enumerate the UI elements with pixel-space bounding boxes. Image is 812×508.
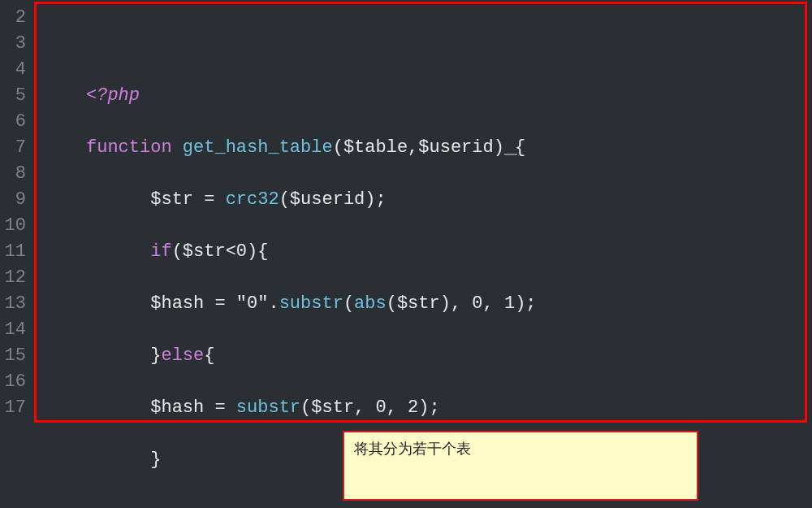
code-line[interactable]: $str = crc32($userid); [32, 187, 812, 213]
function-call: crc32 [226, 189, 279, 210]
line-number: 15 [3, 343, 26, 369]
function-name: get_hash_table [183, 137, 333, 158]
line-number: 11 [3, 239, 26, 265]
code-line[interactable]: <?php [32, 83, 812, 109]
line-number: 16 [3, 369, 26, 395]
code-line[interactable] [32, 31, 812, 57]
code-token: = [204, 293, 236, 314]
code-token: ($str, 0, 2); [300, 397, 440, 418]
keyword-else: else [161, 345, 204, 366]
line-number: 10 [3, 213, 26, 239]
line-number-gutter: 2 3 4 5 6 7 8 9 10 11 12 13 14 15 16 17 [0, 0, 32, 427]
variable: $hash [150, 293, 204, 314]
code-token: ($str<0){ [172, 241, 269, 262]
code-line[interactable]: if($str<0){ [32, 239, 812, 265]
annotation-note: 将其分为若干个表 [343, 431, 698, 501]
code-token: } [150, 449, 161, 470]
line-number: 17 [3, 395, 26, 421]
variable: $str [150, 189, 193, 210]
keyword-if: if [150, 241, 171, 262]
function-call: substr [236, 397, 300, 418]
string-literal: "0" [236, 293, 269, 314]
code-token: = [193, 189, 226, 210]
code-line[interactable]: }else{ [32, 343, 812, 369]
code-token: ($userid); [279, 189, 387, 210]
php-open-tag: <?php [86, 85, 140, 106]
line-number: 4 [3, 57, 26, 83]
function-call: substr [279, 293, 343, 314]
code-token: ($str), 0, 1); [387, 293, 537, 314]
line-number: 7 [3, 135, 26, 161]
line-number: 5 [3, 83, 26, 109]
code-token: { [504, 137, 525, 158]
code-token: ( [343, 293, 354, 314]
code-token: } [150, 345, 161, 366]
code-area[interactable]: <?php function get_hash_table($table,$us… [32, 0, 812, 427]
line-number: 13 [3, 291, 26, 317]
variable: $hash [150, 397, 204, 418]
line-number: 3 [3, 31, 26, 57]
code-line[interactable]: $hash = substr($str, 0, 2); [32, 395, 812, 421]
keyword-function: function [86, 137, 172, 158]
code-token: . [268, 293, 279, 314]
line-number: 6 [3, 109, 26, 135]
function-call: abs [354, 293, 387, 314]
code-editor[interactable]: 2 3 4 5 6 7 8 9 10 11 12 13 14 15 16 17 … [0, 0, 812, 427]
code-line[interactable]: $hash = "0".substr(abs($str), 0, 1); [32, 291, 812, 317]
code-line[interactable]: function get_hash_table($table,$userid) … [32, 135, 812, 161]
annotation-text: 将其分为若干个表 [354, 441, 471, 457]
code-token: { [204, 345, 214, 366]
line-number: 8 [3, 161, 26, 187]
line-number: 14 [3, 317, 26, 343]
code-token: = [204, 397, 236, 418]
line-number: 12 [3, 265, 26, 291]
line-number: 2 [3, 5, 26, 31]
line-number: 9 [3, 187, 26, 213]
code-token: ($table,$userid) [333, 137, 504, 158]
